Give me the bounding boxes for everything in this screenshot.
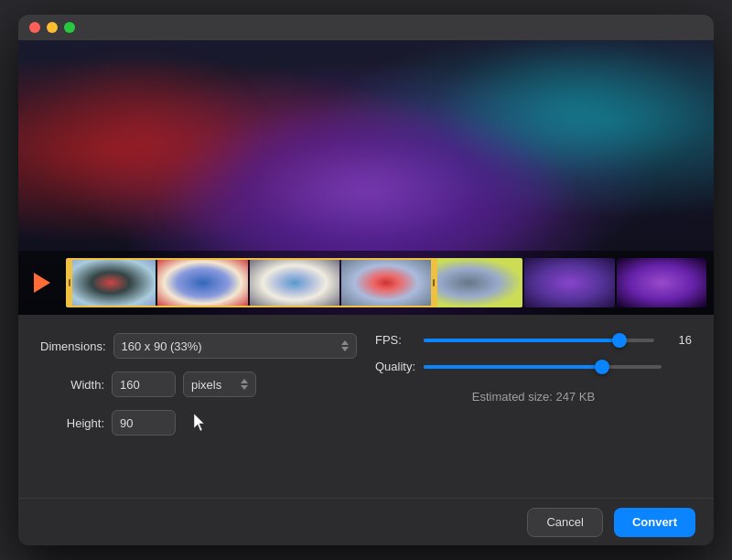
quality-row: Quality: (375, 360, 692, 373)
height-input[interactable] (112, 410, 176, 436)
dimensions-row: Dimensions: 160 x 90 (33%) (40, 333, 357, 359)
smoke-effect-red (18, 54, 262, 219)
fps-slider-track[interactable] (424, 339, 654, 342)
film-frame-2 (157, 258, 247, 307)
cancel-button[interactable]: Cancel (527, 508, 602, 537)
height-label: Height: (40, 416, 104, 430)
cursor-icon (194, 414, 207, 432)
play-icon (34, 273, 50, 293)
dimensions-chevron (341, 340, 349, 351)
unit-chevron-down-icon (241, 385, 248, 390)
unit-chevron (241, 379, 248, 390)
fps-value: 16 (669, 333, 692, 347)
quality-label: Quality: (375, 360, 416, 373)
controls-panel: Dimensions: 160 x 90 (33%) Width: pixels (18, 315, 714, 498)
film-frame-6 (524, 258, 614, 307)
fps-label: FPS: (375, 333, 416, 347)
film-frame-7 (617, 258, 706, 307)
close-button[interactable] (29, 22, 40, 33)
height-row: Height: (40, 410, 357, 436)
dimensions-select[interactable]: 160 x 90 (33%) (113, 333, 357, 359)
filmstrip-container (66, 258, 706, 307)
fps-slider-thumb[interactable] (612, 333, 627, 348)
right-controls: FPS: 16 Quality: (357, 333, 692, 483)
unit-select[interactable]: pixels (183, 372, 256, 397)
video-preview (18, 40, 714, 315)
film-frame-1 (66, 258, 156, 307)
minimize-button[interactable] (47, 22, 58, 33)
main-window: Dimensions: 160 x 90 (33%) Width: pixels (18, 15, 714, 545)
timeline-strip (18, 251, 714, 315)
quality-slider-fill (424, 365, 602, 369)
traffic-lights (29, 22, 75, 33)
dimensions-label: Dimensions: (40, 339, 106, 353)
fps-slider-fill (424, 339, 619, 342)
left-controls: Dimensions: 160 x 90 (33%) Width: pixels (40, 333, 357, 483)
smoke-effect-teal (436, 40, 714, 178)
dimensions-value: 160 x 90 (33%) (122, 339, 202, 353)
chevron-down-icon (341, 347, 349, 351)
width-input[interactable] (112, 372, 176, 397)
quality-slider-thumb[interactable] (595, 360, 609, 374)
unit-value: pixels (191, 378, 221, 392)
fps-slider-container (424, 339, 654, 342)
estimated-size-row: Estimated size: 247 KB (375, 386, 692, 404)
play-button[interactable] (26, 266, 59, 299)
unit-chevron-up-icon (241, 379, 248, 383)
title-bar (18, 15, 714, 40)
maximize-button[interactable] (64, 22, 75, 33)
quality-slider-track[interactable] (424, 365, 662, 369)
estimated-size: Estimated size: 247 KB (375, 390, 692, 404)
width-label: Width: (40, 378, 104, 392)
fps-row: FPS: 16 (375, 333, 692, 347)
chevron-up-icon (341, 340, 349, 345)
filmstrip (66, 258, 706, 307)
cursor-area (183, 414, 256, 432)
quality-slider-container (424, 365, 662, 369)
film-frame-4 (341, 258, 431, 307)
film-frame-5 (433, 258, 522, 307)
convert-button[interactable]: Convert (614, 508, 695, 537)
bottom-bar: Cancel Convert (18, 498, 714, 545)
film-frame-3 (250, 258, 339, 307)
width-row: Width: pixels (40, 372, 357, 397)
